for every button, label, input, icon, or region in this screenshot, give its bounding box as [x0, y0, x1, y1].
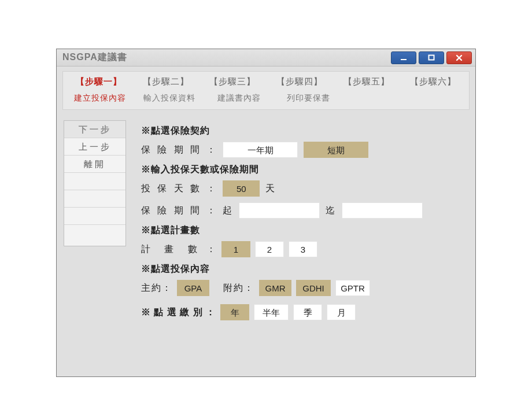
mode-option-month[interactable]: 月	[327, 304, 356, 320]
option-short-term[interactable]: 短期	[304, 142, 368, 158]
step-2[interactable]: 【步驟二】	[132, 76, 200, 87]
section-content: ※點選投保內容	[141, 263, 468, 275]
step-3[interactable]: 【步驟三】	[199, 76, 266, 87]
row-period: 保 險 期 間 ： 一年期 短期	[141, 142, 468, 158]
plan-option-3[interactable]: 3	[289, 241, 317, 257]
titlebar: NSGPA建議書	[57, 49, 475, 66]
app-window: NSGPA建議書 【步驟一】 【步驟二】 【步驟三】 【步驟四】 【步驟五】 【…	[56, 49, 476, 377]
rider-option-gdhi[interactable]: GDHI	[296, 280, 331, 296]
step-6[interactable]: 【步驟六】	[400, 76, 467, 87]
prev-button[interactable]: 上一步	[64, 138, 125, 156]
body-area: 下一步 上一步 離開 ※點選保險契約 保 險 期 間 ： 一年期 短期 ※輸入投…	[57, 110, 475, 379]
svg-rect-0	[401, 59, 407, 60]
step-5[interactable]: 【步驟五】	[333, 76, 400, 87]
section-plans: ※點選計畫數	[141, 224, 468, 237]
section-days: ※輸入投保天數或保險期間	[141, 164, 468, 176]
row-range: 保 險 期 間 ： 起 迄	[141, 202, 468, 219]
rider-option-gmr[interactable]: GMR	[259, 280, 291, 296]
plan-option-2[interactable]: 2	[255, 241, 284, 257]
rider-option-gptr[interactable]: GPTR	[335, 280, 370, 296]
next-button[interactable]: 下一步	[64, 121, 125, 138]
exit-button[interactable]: 離開	[64, 156, 125, 173]
window-controls	[391, 51, 472, 64]
unit-days: 天	[265, 183, 276, 195]
row-days: 投 保 天 數 ： 50 天	[141, 180, 468, 197]
steps-bar: 【步驟一】 【步驟二】 【步驟三】 【步驟四】 【步驟五】 【步驟六】 建立投保…	[62, 71, 470, 110]
label-to: 迄	[326, 205, 336, 217]
step-1[interactable]: 【步驟一】	[65, 76, 132, 87]
close-icon	[455, 54, 463, 62]
main-option-gpa[interactable]: GPA	[177, 280, 209, 296]
close-button[interactable]	[446, 51, 472, 64]
mode-option-quarter[interactable]: 季	[293, 304, 322, 320]
row-plans: 計 畫 數 ： 1 2 3	[141, 241, 468, 257]
subtab-proposal-content[interactable]: 建議書內容	[204, 93, 274, 104]
section-contract: ※點選保險契約	[141, 125, 468, 137]
section-mode: ※ 點 選 繳 別 ：	[141, 306, 216, 319]
label-period: 保 險 期 間	[141, 144, 202, 156]
label-rider: 附約：	[223, 282, 254, 294]
mode-option-year[interactable]: 年	[220, 304, 249, 320]
option-one-year[interactable]: 一年期	[223, 142, 298, 158]
label-days: 投 保 天 數	[141, 183, 202, 195]
subtab-input-info[interactable]: 輸入投保資料	[135, 93, 204, 104]
minimize-icon	[400, 54, 408, 62]
form: ※點選保險契約 保 險 期 間 ： 一年期 短期 ※輸入投保天數或保險期間 投 …	[141, 120, 468, 372]
plan-option-1[interactable]: 1	[221, 241, 250, 257]
subtabs-row: 建立投保內容 輸入投保資料 建議書內容 列印要保書	[65, 93, 467, 104]
colon: ：	[206, 243, 216, 256]
label-main: 主約：	[141, 282, 172, 294]
row-contracts: 主約： GPA 附約： GMR GDHI GPTR	[141, 280, 468, 296]
wizard-nav: 下一步 上一步 離開	[64, 120, 126, 246]
nav-blank-3	[64, 208, 125, 225]
colon: ：	[206, 205, 216, 217]
colon: ：	[206, 183, 216, 195]
window-title: NSGPA建議書	[62, 51, 391, 64]
input-to-date[interactable]	[342, 202, 423, 219]
steps-row: 【步驟一】 【步驟二】 【步驟三】 【步驟四】 【步驟五】 【步驟六】	[65, 76, 467, 87]
nav-blank-2	[64, 190, 125, 208]
subtab-create-content[interactable]: 建立投保內容	[65, 93, 135, 104]
nav-blank-1	[64, 173, 125, 190]
subtab-print-application[interactable]: 列印要保書	[274, 93, 343, 104]
label-from: 起	[223, 205, 233, 217]
nav-blank-4	[64, 225, 125, 242]
svg-rect-1	[429, 55, 434, 60]
label-plans: 計 畫 數	[141, 243, 203, 256]
maximize-icon	[427, 54, 435, 62]
maximize-button[interactable]	[419, 51, 444, 64]
mode-option-halfyear[interactable]: 半年	[254, 304, 289, 320]
minimize-button[interactable]	[391, 51, 416, 64]
row-payment-mode: ※ 點 選 繳 別 ： 年 半年 季 月	[141, 304, 468, 320]
label-range: 保 險 期 間	[141, 205, 202, 217]
step-4[interactable]: 【步驟四】	[266, 76, 333, 87]
input-days[interactable]: 50	[223, 180, 260, 197]
colon: ：	[206, 144, 216, 156]
input-from-date[interactable]	[239, 202, 320, 219]
